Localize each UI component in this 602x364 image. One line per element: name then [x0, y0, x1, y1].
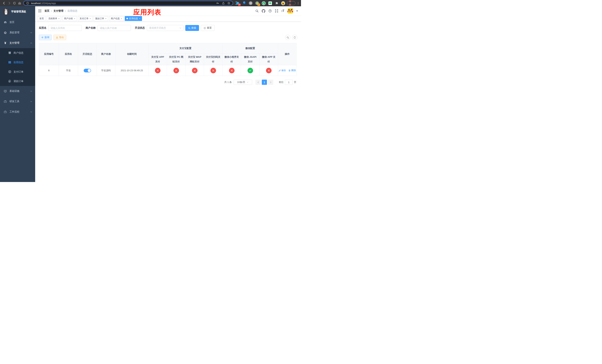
toolbar-row: 新增 导出	[39, 35, 297, 40]
chrome-update-button[interactable]: 更新	[287, 1, 295, 5]
tag-pay-orders[interactable]: 支付订单×	[78, 16, 92, 21]
tag-label: 流程表单	[48, 17, 57, 20]
refresh-table-button[interactable]	[292, 35, 297, 40]
sidebar-item-infra[interactable]: 基础设施	[0, 86, 35, 96]
app-logo-row[interactable]: 芋道管理系统	[0, 6, 35, 17]
toggle-search-button[interactable]	[285, 35, 290, 40]
app-name-input[interactable]	[48, 25, 82, 31]
share-icon[interactable]	[221, 2, 225, 5]
close-icon[interactable]: ×	[121, 18, 122, 20]
back-icon[interactable]	[1, 0, 7, 6]
col-group-wechat: 微信配置	[223, 43, 278, 54]
cell-actions: 修改 删除	[278, 65, 297, 76]
sidebar-item-pay-orders[interactable]: 支付订单	[0, 67, 35, 76]
sidebar-item-workflow[interactable]: 工作流程	[0, 107, 35, 117]
sidebar-item-label: 工作流程	[10, 110, 20, 114]
sidebar-item-label: 退款订单	[13, 80, 23, 83]
tag-merchant-info[interactable]: 商户信息×	[109, 16, 124, 21]
page-number-1[interactable]: 1	[262, 80, 267, 85]
sidebar-item-app-info[interactable]: 应用信息	[0, 58, 35, 67]
close-icon[interactable]: ×	[139, 18, 140, 20]
sidebar-item-system[interactable]: 系统管理	[0, 27, 35, 38]
close-icon[interactable]: ×	[105, 18, 106, 20]
reload-icon[interactable]	[12, 0, 17, 6]
merchant-name-input[interactable]	[97, 25, 131, 31]
enabled-toggle[interactable]	[84, 69, 91, 72]
col-wechat-jsapi: 微信 JSAPI 支付	[241, 54, 259, 65]
main-area: 应用列表 首页 支付管理 应用信息	[35, 6, 301, 182]
export-button[interactable]: 导出	[54, 35, 66, 40]
search-icon[interactable]	[255, 9, 258, 13]
browser-menu-icon[interactable]	[297, 2, 300, 4]
search-button-label: 搜索	[191, 26, 196, 30]
home-icon[interactable]	[17, 0, 22, 6]
extensions-puzzle-icon[interactable]	[275, 1, 279, 5]
sidebar-item-label: 研发工具	[10, 100, 20, 103]
breadcrumb-home[interactable]: 首页	[44, 9, 49, 13]
status-icon	[210, 68, 216, 73]
extension-balloon-icon[interactable]	[242, 1, 246, 5]
tags-view-bar: 首页 流程表单× 用户分组× 支付订单× 退款订单× 商户信息× 应用信息×	[35, 16, 301, 22]
app-title: 芋道管理系统	[11, 10, 26, 13]
tag-label: 退款订单	[95, 17, 104, 20]
edit-label: 修改	[281, 69, 286, 72]
extension-command-icon[interactable]: ⌘	[249, 1, 253, 5]
close-icon[interactable]: ×	[58, 18, 59, 20]
help-icon[interactable]	[269, 9, 272, 13]
page-size-select[interactable]: 10条/页	[234, 80, 252, 85]
cell-alipay-qr-status	[204, 65, 223, 76]
chevron-down-icon	[179, 27, 182, 29]
delete-link[interactable]: 删除	[288, 69, 296, 72]
tag-process-form[interactable]: 流程表单×	[47, 16, 61, 21]
plus-icon	[41, 36, 43, 39]
extension-sketch-icon[interactable]: 10	[236, 1, 240, 5]
address-bar[interactable]: localhost:1024/pay/app	[23, 1, 233, 6]
status-icon	[155, 68, 161, 73]
reset-button-label: 重置	[207, 26, 212, 30]
edit-link[interactable]: 修改	[279, 69, 286, 72]
breadcrumb: 首页 支付管理 应用信息	[44, 9, 77, 13]
forward-icon[interactable]	[7, 0, 12, 6]
cell-enabled	[78, 65, 97, 76]
prev-page-button[interactable]	[256, 80, 261, 85]
goto-page-input[interactable]	[285, 80, 293, 85]
extension-camera-icon[interactable]: 1	[255, 1, 259, 5]
github-icon[interactable]	[262, 9, 265, 13]
font-size-icon[interactable]: TT	[281, 10, 284, 12]
cell-merchant: 芋道源码	[97, 65, 115, 76]
sidebar-item-payment[interactable]: ¥ 支付管理	[0, 38, 35, 48]
sidebar-item-refund-orders[interactable]: 退款订单	[0, 76, 35, 86]
extension-chat-icon[interactable]	[268, 1, 272, 5]
close-icon[interactable]: ×	[90, 18, 91, 20]
status-select[interactable]: 请选择开启状态	[147, 25, 183, 31]
status-icon	[247, 68, 253, 73]
bookmark-star-icon[interactable]	[227, 2, 231, 5]
monitor-chart-icon	[4, 90, 7, 93]
sidebar-item-merchant-info[interactable]: 商户信息	[0, 48, 35, 58]
chevron-down-icon	[30, 111, 32, 113]
sidebar-item-devtools[interactable]: 研发工具	[0, 96, 35, 107]
password-key-icon[interactable]	[216, 2, 220, 5]
search-button[interactable]: 搜索	[185, 25, 199, 31]
next-page-button[interactable]	[268, 80, 273, 85]
close-icon[interactable]: ×	[74, 18, 75, 20]
fullscreen-icon[interactable]	[275, 9, 278, 13]
tag-refund-orders[interactable]: 退款订单×	[94, 16, 108, 21]
col-app-id: 应用编号	[39, 43, 59, 65]
tag-home[interactable]: 首页	[38, 16, 45, 21]
profile-avatar-icon[interactable]	[281, 1, 285, 5]
breadcrumb-payment[interactable]: 支付管理	[54, 9, 64, 13]
reset-button[interactable]: 重置	[201, 25, 215, 31]
sidebar-item-home[interactable]: 首页	[0, 17, 35, 27]
sidebar: 芋道管理系统 首页 系统管理 ¥ 支付管理	[0, 6, 35, 182]
avatar-caret-icon[interactable]	[296, 11, 298, 12]
collapse-sidebar-icon[interactable]	[38, 10, 42, 12]
user-avatar[interactable]	[288, 8, 293, 14]
tag-user-group[interactable]: 用户分组×	[62, 16, 77, 21]
add-button[interactable]: 新增	[39, 35, 52, 40]
store-icon	[8, 51, 11, 54]
site-info-icon[interactable]	[26, 2, 30, 5]
extension-badge: 10	[238, 3, 241, 6]
extension-y-icon[interactable]: y	[262, 1, 266, 5]
cell-wechat-jsapi-status	[241, 65, 259, 76]
